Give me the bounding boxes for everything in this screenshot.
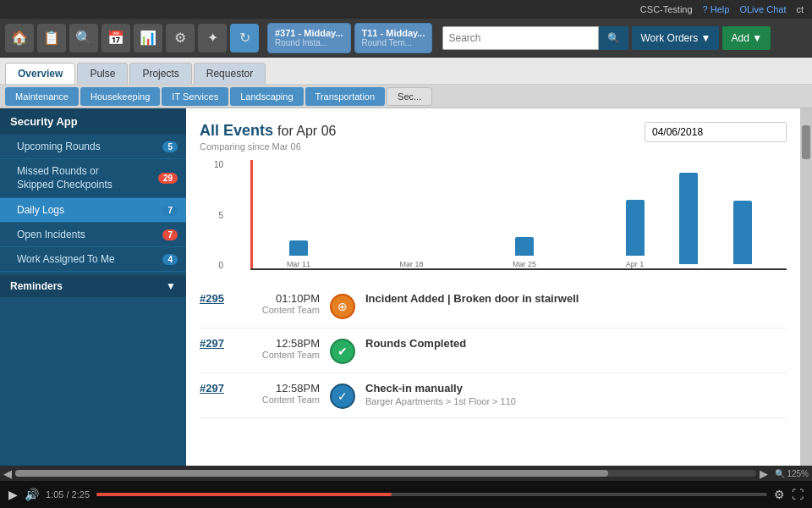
event-id-1[interactable]: #295	[200, 292, 233, 305]
tab-pulse[interactable]: Pulse	[77, 63, 128, 84]
tab-nav: Overview Pulse Projects Requestor	[0, 58, 812, 85]
work-orders-button[interactable]: Work Orders ▼	[632, 26, 719, 50]
scroll-track[interactable]	[15, 470, 756, 477]
event-row-2: #297 12:58PM Content Team ✔ Rounds Compl…	[200, 329, 787, 373]
chart-label-apr1: Apr 1	[626, 260, 645, 268]
calendar-icon[interactable]: 📅	[102, 24, 130, 52]
home-icon[interactable]: 🏠	[5, 24, 34, 52]
chart-area: Mar 11 Mar 18	[250, 160, 787, 270]
event-list: #295 01:10PM Content Team ⊕ Incident Add…	[200, 284, 787, 418]
sidebar-item-incidents[interactable]: Open Incidents 7	[0, 223, 186, 247]
round-btn-2[interactable]: T11 - Midday... Round Tem...	[354, 23, 433, 53]
chart-col-peak	[679, 173, 698, 268]
content-subtitle: Comparing since Mar 06	[200, 141, 336, 152]
chart-label-mar18: Mar 18	[399, 260, 423, 268]
add-button[interactable]: Add ▼	[722, 26, 771, 50]
refresh-icon[interactable]: ↻	[230, 24, 259, 52]
user-label: ct	[796, 4, 804, 14]
scroll-left-arrow[interactable]: ◀	[3, 467, 12, 480]
chart-col-mar18: Mar 18	[399, 256, 423, 268]
right-scrollbar[interactable]	[800, 108, 812, 466]
event-team-3: Content Team	[244, 395, 320, 405]
event-text-1: Incident Added | Broken door in stairwel…	[365, 292, 787, 305]
event-id-3[interactable]: #297	[200, 382, 233, 395]
title-all-events: All Events	[200, 122, 273, 139]
chart-icon[interactable]: 📊	[134, 24, 162, 52]
sidebar-item-daily-badge: 7	[162, 205, 178, 216]
sidebar-item-daily[interactable]: Daily Logs 7	[0, 198, 186, 223]
chart-col-final	[733, 201, 752, 268]
sidebar-reminders-label: Reminders	[10, 280, 63, 292]
event-time-3: 12:58PM	[244, 382, 320, 395]
chart-col-gap1	[346, 264, 365, 268]
sidebar-reminders[interactable]: Reminders ▼	[0, 275, 186, 297]
search-icon[interactable]: 🔍	[69, 24, 98, 52]
right-scroll-thumb[interactable]	[802, 125, 810, 159]
round-btn-2-title: T11 - Midday...	[362, 28, 425, 38]
event-icon-2: ✔	[330, 339, 355, 364]
round-btn-2-sub: Round Tem...	[362, 38, 412, 47]
sidebar-title: Security App	[0, 108, 186, 135]
event-time-team-1: 01:10PM Content Team	[244, 292, 320, 315]
sidebar-item-work-assigned-label: Work Assigned To Me	[17, 253, 115, 265]
search-submit-button[interactable]: 🔍	[599, 26, 628, 50]
event-id-2[interactable]: #297	[200, 337, 233, 350]
chart-col-gap2	[458, 264, 477, 268]
cat-landscaping[interactable]: Landscaping	[230, 87, 303, 106]
video-controls: ▶ 🔊 1:05 / 2:25 ⚙ ⛶	[0, 481, 812, 508]
search-container: 🔍	[442, 26, 628, 50]
y-axis: 10 5 0	[200, 160, 223, 270]
content-header: All Events for Apr 06 Comparing since Ma…	[200, 122, 787, 152]
round-btn-1[interactable]: #371 - Midday... Round Insta...	[267, 23, 351, 53]
chart-bar-apr1	[626, 200, 645, 256]
date-input[interactable]	[645, 122, 787, 142]
settings-icon[interactable]: ⚙	[166, 24, 195, 52]
sidebar-item-daily-label: Daily Logs	[17, 204, 64, 216]
content-title: All Events for Apr 06	[200, 122, 336, 140]
cat-it[interactable]: IT Services	[162, 87, 228, 106]
top-bar: CSC-Testing ? Help OLive Chat ct	[0, 0, 812, 19]
chat-link[interactable]: OLive Chat	[739, 4, 786, 14]
sidebar-item-missed[interactable]: Missed Rounds orSkipped Checkpoints 29	[0, 159, 186, 198]
event-title-2: Rounds Completed	[365, 337, 787, 350]
volume-button[interactable]: 🔊	[25, 488, 39, 501]
sidebar-reminders-chevron: ▼	[166, 280, 176, 292]
scroll-right-arrow[interactable]: ▶	[760, 467, 768, 480]
tab-overview[interactable]: Overview	[5, 63, 75, 84]
sidebar-item-incidents-badge: 7	[162, 229, 178, 240]
category-nav: Maintenance Housekeeping IT Services Lan…	[0, 85, 812, 108]
chart-bar-mar25	[515, 237, 534, 256]
cat-housekeeping[interactable]: Housekeeping	[80, 87, 160, 106]
video-time: 1:05 / 2:25	[46, 489, 90, 500]
event-detail-3: Barger Apartments > 1st Floor > 110	[365, 396, 787, 406]
tab-requestor[interactable]: Requestor	[194, 63, 266, 84]
fullscreen-icon[interactable]: ⛶	[792, 488, 804, 501]
sidebar-item-upcoming[interactable]: Upcoming Rounds 5	[0, 135, 186, 159]
bottom-scrollbar: ◀ ▶ 🔍 125%	[0, 466, 812, 481]
cat-transportation[interactable]: Transportation	[305, 87, 386, 106]
sidebar-item-missed-badge: 29	[158, 173, 178, 184]
round-btn-1-title: #371 - Midday...	[275, 28, 343, 38]
sidebar-item-work-assigned-badge: 4	[162, 254, 178, 265]
sidebar-item-work-assigned[interactable]: Work Assigned To Me 4	[0, 247, 186, 272]
search-input[interactable]	[442, 26, 599, 50]
cat-sec[interactable]: Sec...	[387, 87, 432, 106]
magic-icon[interactable]: ✦	[198, 24, 227, 52]
event-time-2: 12:58PM	[244, 337, 320, 350]
event-time-1: 01:10PM	[244, 292, 320, 305]
sidebar-item-missed-label: Missed Rounds orSkipped Checkpoints	[17, 165, 112, 191]
sidebar: Security App Upcoming Rounds 5 Missed Ro…	[0, 108, 186, 466]
sidebar-item-incidents-label: Open Incidents	[17, 229, 85, 240]
video-progress[interactable]	[96, 493, 767, 496]
scroll-thumb	[15, 470, 608, 477]
help-link[interactable]: ? Help	[703, 4, 730, 14]
settings-gear-icon[interactable]: ⚙	[774, 488, 785, 501]
chart-col-mar25: Mar 25	[513, 237, 536, 268]
play-button[interactable]: ▶	[8, 488, 18, 501]
event-row-1: #295 01:10PM Content Team ⊕ Incident Add…	[200, 284, 787, 329]
cat-maintenance[interactable]: Maintenance	[5, 87, 79, 106]
chart-bars: Mar 11 Mar 18	[269, 160, 770, 268]
sidebar-item-upcoming-badge: 5	[162, 141, 178, 152]
tab-projects[interactable]: Projects	[129, 63, 191, 84]
clipboard-icon[interactable]: 📋	[37, 24, 66, 52]
